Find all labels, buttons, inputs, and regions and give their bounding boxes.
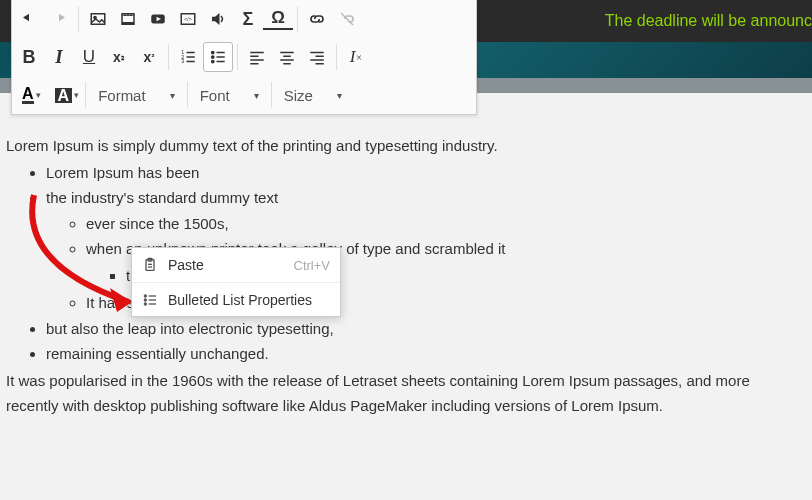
special-char-omega-button[interactable]: Ω: [263, 8, 293, 30]
separator: [237, 44, 238, 70]
toolbar-row-1: </> Σ Ω: [12, 0, 476, 38]
separator: [187, 82, 188, 108]
text-color-button[interactable]: A▾: [20, 86, 43, 104]
bulleted-list-icon: [140, 290, 160, 310]
math-sigma-button[interactable]: Σ: [233, 4, 263, 34]
chevron-down-icon: ▾: [254, 90, 259, 101]
context-menu-label: Paste: [168, 257, 294, 273]
separator: [297, 6, 298, 32]
film-button[interactable]: [113, 4, 143, 34]
format-combo-label: Format: [98, 87, 146, 104]
iframe-button[interactable]: </>: [173, 4, 203, 34]
svg-rect-5: [123, 15, 125, 16]
context-menu-bulleted-list-properties[interactable]: Bulleted List Properties: [132, 282, 340, 316]
svg-point-22: [212, 56, 214, 58]
undo-button[interactable]: [14, 4, 44, 34]
editor-content[interactable]: Lorem Ipsum is simply dummy text of the …: [0, 134, 812, 500]
subscript-button[interactable]: x₂: [104, 42, 134, 72]
align-left-button[interactable]: [242, 42, 272, 72]
image-button[interactable]: [83, 4, 113, 34]
separator: [336, 44, 337, 70]
bulleted-list-button[interactable]: [203, 42, 233, 72]
announcement-text: The deadline will be announc: [605, 12, 812, 30]
svg-text:</>: </>: [184, 16, 192, 22]
font-combo[interactable]: Font ▾: [192, 80, 267, 110]
unlink-button[interactable]: [332, 4, 362, 34]
toolbar-row-3: A▾ A▾ Format ▾ Font ▾ Size ▾: [12, 76, 476, 114]
context-menu-shortcut: Ctrl+V: [294, 258, 330, 273]
separator: [271, 82, 272, 108]
svg-text:3: 3: [181, 58, 184, 64]
bullet-list: Lorem Ipsum has been the industry's stan…: [6, 161, 806, 367]
list-item: remaining essentially unchanged.: [46, 342, 806, 367]
numbered-list-button[interactable]: 123: [173, 42, 203, 72]
italic-button[interactable]: I: [44, 42, 74, 72]
redo-button[interactable]: [44, 4, 74, 34]
chevron-down-icon: ▾: [170, 90, 175, 101]
audio-button[interactable]: [203, 4, 233, 34]
separator: [168, 44, 169, 70]
link-button[interactable]: [302, 4, 332, 34]
paragraph: It was popularised in the 1960s with the…: [6, 369, 806, 419]
svg-rect-8: [132, 15, 134, 16]
underline-button[interactable]: U: [74, 42, 104, 72]
list-item: ever since the 1500s,: [86, 212, 806, 237]
chevron-down-icon: ▾: [337, 90, 342, 101]
background-color-button[interactable]: A▾: [53, 88, 82, 103]
separator: [85, 82, 86, 108]
svg-point-21: [212, 51, 214, 53]
separator: [78, 6, 79, 32]
align-right-button[interactable]: [302, 42, 332, 72]
size-combo-label: Size: [284, 87, 313, 104]
format-combo[interactable]: Format ▾: [90, 80, 183, 110]
youtube-button[interactable]: [143, 4, 173, 34]
size-combo[interactable]: Size ▾: [276, 80, 350, 110]
paste-icon: [140, 255, 160, 275]
svg-point-45: [144, 303, 146, 305]
align-center-button[interactable]: [272, 42, 302, 72]
list-item: but also the leap into electronic typese…: [46, 317, 806, 342]
toolbar-row-2: B I U x₂ x² 123 I×: [12, 38, 476, 76]
context-menu-label: Bulleted List Properties: [168, 292, 330, 308]
svg-point-23: [212, 60, 214, 62]
editor-toolbar: </> Σ Ω B I U x₂ x² 123 I× A▾ A▾ Format: [11, 0, 477, 115]
svg-point-44: [144, 299, 146, 301]
paragraph: Lorem Ipsum is simply dummy text of the …: [6, 134, 806, 159]
context-menu-paste[interactable]: Paste Ctrl+V: [132, 248, 340, 282]
font-combo-label: Font: [200, 87, 230, 104]
svg-point-43: [144, 295, 146, 297]
svg-rect-6: [126, 15, 128, 16]
svg-rect-4: [122, 22, 134, 24]
remove-format-button[interactable]: I×: [341, 42, 371, 72]
svg-rect-0: [91, 14, 105, 25]
list-item: Lorem Ipsum has been: [46, 161, 806, 186]
context-menu: Paste Ctrl+V Bulleted List Properties: [131, 247, 341, 317]
bold-button[interactable]: B: [14, 42, 44, 72]
svg-rect-7: [129, 15, 131, 16]
superscript-button[interactable]: x²: [134, 42, 164, 72]
